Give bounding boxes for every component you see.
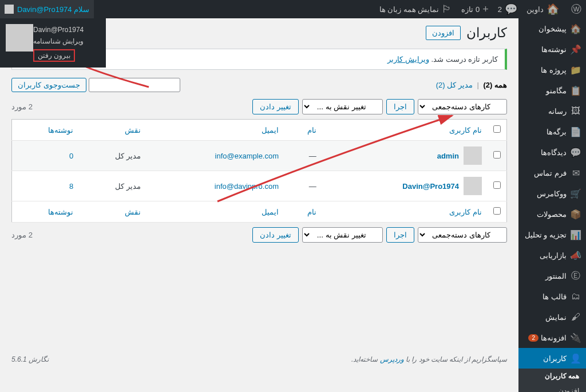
notice-text: کاربر تازه درست شد.	[431, 55, 498, 64]
sidebar-item-14[interactable]: 🖌نمایش	[518, 307, 586, 327]
email-link[interactable]: info@davinpro.com	[215, 182, 279, 191]
sidebar-item-label: کاربران	[543, 354, 567, 363]
change-button-bottom[interactable]: تغییر دادن	[252, 227, 299, 243]
admin-bar-right: ⓦ 🏠داوین 💬2 +0 تازه 🏳نمایش همه زبان ها	[375, 0, 586, 18]
wp-logo-icon[interactable]: ⓦ	[564, 0, 586, 18]
menu-icon: 📁	[570, 64, 581, 76]
sidebar-item-label: بازاریابی	[540, 251, 567, 260]
sidebar-item-label: فرم تماس	[534, 169, 567, 177]
user-greeting[interactable]: سلام Davin@Pro1974	[0, 0, 94, 18]
menu-icon: 💬	[570, 146, 581, 158]
menu-icon: 🛒	[570, 188, 581, 199]
select-row-checkbox[interactable]	[493, 181, 501, 189]
view-admin[interactable]: مدیر کل (2)	[436, 81, 473, 89]
tablenav-bottom: کارهای دسته‌جمعی اجرا تغییر نقش به ... ت…	[11, 227, 507, 243]
show-all-langs[interactable]: 🏳نمایش همه زبان ها	[375, 0, 457, 18]
change-role-select[interactable]: تغییر نقش به ...	[302, 99, 383, 114]
users-table: نام کاربری نام ایمیل نقش نوشته‌ها admin …	[11, 119, 507, 223]
sidebar-item-label: مگامنو	[546, 86, 567, 95]
menu-icon: 🏠	[570, 23, 581, 34]
notice-link[interactable]: ویرایش کاربر	[387, 55, 429, 64]
sidebar-item-6[interactable]: 💬دیدگاه‌ها	[518, 142, 586, 163]
sidebar-item-4[interactable]: 🖼رسانه	[518, 101, 586, 121]
sidebar-item-15[interactable]: 🔌افزونه‌ها2	[518, 327, 586, 348]
email-link[interactable]: info@example.com	[215, 152, 279, 160]
cell-name: —	[284, 171, 322, 201]
select-row-checkbox[interactable]	[493, 151, 501, 159]
menu-icon: 📄	[570, 126, 581, 137]
sidebar-item-13[interactable]: 🗂قالب ها	[518, 286, 586, 307]
sidebar-item-label: قالب ها	[543, 292, 567, 301]
menu-icon: 📌	[570, 43, 581, 55]
sidebar-item-label: تجزیه و تحلیل	[525, 231, 567, 239]
avatar-icon	[464, 177, 482, 195]
change-button[interactable]: تغییر دادن	[252, 99, 299, 114]
cell-role: مدیر کل	[79, 141, 146, 171]
menu-icon: 🖼	[570, 105, 581, 117]
sidebar-item-8[interactable]: 🛒ووکامرس	[518, 183, 586, 204]
select-all-checkbox-footer[interactable]	[493, 207, 501, 215]
menu-icon: 🔌	[570, 332, 581, 343]
sidebar-item-1[interactable]: 📌نوشته‌ها	[518, 39, 586, 60]
sidebar-item-12[interactable]: Ⓔالمنتور	[518, 266, 586, 286]
site-name[interactable]: 🏠داوین	[522, 0, 564, 18]
col-role[interactable]: نقش	[79, 120, 146, 141]
menu-icon: 🗂	[570, 291, 581, 302]
sidebar-item-11[interactable]: 📣بازاریابی	[518, 245, 586, 266]
sidebar-item-label: نمایش	[545, 313, 567, 322]
bulk-actions-bottom: کارهای دسته‌جمعی اجرا تغییر نقش به ... ت…	[252, 227, 507, 243]
sidebar-item-5[interactable]: 📄برگه‌ها	[518, 121, 586, 142]
posts-link[interactable]: 8	[69, 182, 73, 191]
select-all-footer	[488, 201, 507, 223]
username-link[interactable]: admin	[437, 152, 459, 160]
posts-link[interactable]: 0	[69, 152, 73, 160]
sidebar-item-0[interactable]: 🏠پیشخوان	[518, 18, 586, 39]
wordpress-link[interactable]: وردپرس	[380, 355, 404, 363]
search-input[interactable]	[89, 78, 180, 92]
footer-version: نگارش 5.6.1	[11, 355, 49, 363]
bulk-actions-top: کارهای دسته‌جمعی اجرا تغییر نقش به ... ت…	[252, 99, 507, 114]
view-all[interactable]: همه (2)	[483, 81, 507, 89]
sidebar-item-label: پیشخوان	[539, 25, 567, 33]
select-all-checkbox[interactable]	[493, 125, 501, 133]
change-role-select-bottom[interactable]: تغییر نقش به ...	[302, 227, 383, 243]
items-count-bottom: 2 مورد	[11, 231, 33, 239]
col-name[interactable]: نام	[284, 120, 322, 141]
username-link[interactable]: Davin@Pro1974	[402, 182, 459, 191]
select-all-header	[488, 120, 507, 141]
menu-icon: 📣	[570, 250, 581, 261]
menu-icon: 📋	[570, 85, 581, 96]
submenu: همه کاربرانافزودنشناسنامه	[518, 369, 586, 369]
bulk-action-select[interactable]: کارهای دسته‌جمعی	[418, 99, 507, 114]
new-content[interactable]: +0 تازه	[457, 0, 493, 18]
sidebar-item-label: برگه‌ها	[547, 128, 567, 136]
filter-bar: همه (2) | مدیر کل (2) جست‌وجوی کاربران	[11, 78, 507, 92]
logout-link[interactable]: بیرون رفتن	[33, 49, 75, 62]
content-area: کاربران افزودن کاربر تازه درست شد. ویرای…	[0, 18, 518, 369]
apply-button[interactable]: اجرا	[386, 99, 414, 114]
col-email[interactable]: ایمیل	[146, 120, 284, 141]
sidebar-item-3[interactable]: 📋مگامنو	[518, 80, 586, 101]
sidebar-item-9[interactable]: 📦محصولات	[518, 204, 586, 224]
col-username[interactable]: نام کاربری	[322, 120, 488, 141]
menu-icon: 🖌	[570, 311, 581, 323]
sidebar-item-label: افزونه‌ها	[541, 334, 567, 342]
sidebar-item-label: ووکامرس	[537, 189, 567, 198]
admin-bar-left: سلام Davin@Pro1974	[0, 0, 94, 18]
bulk-action-select-bottom[interactable]: کارهای دسته‌جمعی	[418, 227, 507, 243]
sidebar-item-2[interactable]: 📁پروژه ها	[518, 60, 586, 80]
add-new-button[interactable]: افزودن	[426, 26, 461, 40]
submenu-item-0[interactable]: همه کاربران	[518, 369, 586, 369]
admin-sidebar: 🏠پیشخوان📌نوشته‌ها📁پروژه ها📋مگامنو🖼رسانه📄…	[518, 18, 586, 369]
sidebar-item-label: نوشته‌ها	[541, 45, 567, 54]
sidebar-item-label: رسانه	[548, 107, 567, 116]
cell-name: —	[284, 141, 322, 171]
sidebar-item-16[interactable]: 👤کاربران	[518, 348, 586, 369]
sidebar-item-7[interactable]: ✉فرم تماس	[518, 163, 586, 183]
sidebar-item-10[interactable]: 📊تجزیه و تحلیل	[518, 224, 586, 245]
menu-icon: 📦	[570, 208, 581, 220]
search-button[interactable]: جست‌وجوی کاربران	[11, 78, 86, 92]
comments-icon[interactable]: 💬2	[493, 0, 522, 18]
col-posts[interactable]: نوشته‌ها	[12, 120, 80, 141]
apply-button-bottom[interactable]: اجرا	[386, 227, 414, 243]
